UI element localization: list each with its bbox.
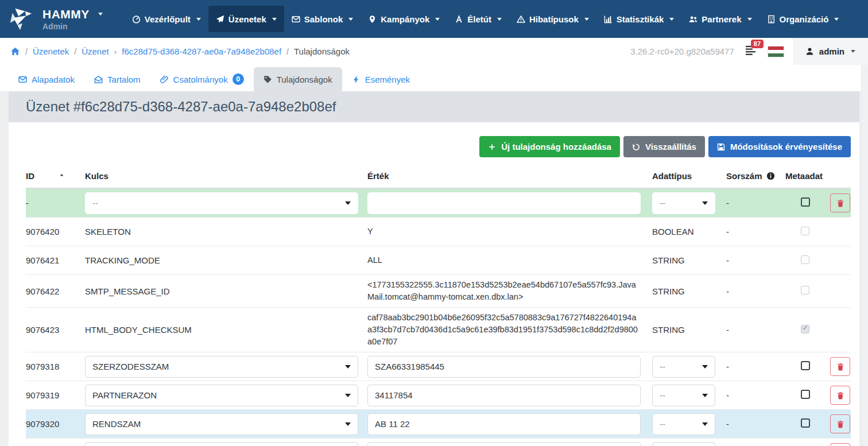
add-property-button[interactable]: Új tulajdonság hozzáadása [479, 136, 620, 157]
apply-changes-button[interactable]: Módosítások érvényesítése [708, 136, 851, 157]
nav-item-organizacio[interactable]: Organizáció [760, 6, 847, 32]
breadcrumb-item-uzenet[interactable]: Üzenet [82, 46, 109, 56]
paper-plane-icon [216, 15, 224, 24]
caret-down-icon [345, 201, 351, 205]
caret-down-icon [702, 394, 708, 397]
value-input[interactable] [367, 442, 641, 446]
property-row-9076422: 9076422SMTP_MESSAGE_ID<1773155322555.3c1… [26, 275, 851, 308]
type-select[interactable]: -- [652, 385, 715, 406]
caret-down-icon [747, 18, 752, 21]
notification-count-badge: 87 [751, 40, 764, 48]
tab-esemenyek[interactable]: Események [342, 67, 420, 91]
nav-item-statisztikak[interactable]: Statisztikák [596, 6, 682, 32]
meta-checkbox[interactable] [801, 390, 810, 399]
nav-item-hibatipusok[interactable]: Hibatípusok [509, 6, 596, 32]
meta-checkbox [801, 255, 809, 264]
tab-alapadatok[interactable]: Alapadatok [9, 67, 84, 91]
type-select[interactable]: -- [652, 413, 715, 435]
home-icon[interactable] [10, 46, 20, 56]
font-a-icon [455, 15, 463, 24]
nav-item-label: Kampányok [381, 14, 429, 24]
breadcrumb-separator: / [286, 47, 289, 56]
value-input[interactable] [367, 413, 641, 435]
value-input[interactable] [367, 356, 641, 378]
key-select[interactable]: RENDSZAM [85, 413, 358, 435]
tab-label: Események [365, 75, 410, 84]
tab-label: Tulajdonságok [277, 75, 332, 84]
user-menu[interactable]: admin [793, 38, 868, 65]
warning-icon [517, 15, 525, 24]
save-icon [717, 143, 725, 151]
caret-down-icon [584, 18, 589, 21]
undo-icon [632, 143, 640, 151]
key-select[interactable]: STATUS [85, 442, 358, 446]
caret-down-icon [196, 18, 201, 21]
meta-checkbox[interactable] [801, 197, 810, 207]
column-header-id[interactable]: ID [26, 171, 85, 181]
value-input[interactable] [367, 192, 641, 214]
properties-panel: Új tulajdonság hozzáadása Visszaállítás … [9, 122, 859, 446]
nav-item-eletut[interactable]: Életút [447, 6, 509, 32]
delete-row-button[interactable] [830, 386, 850, 405]
property-row-9076423: 9076423HTML_BODY_CHECKSUMcaf78aab3bc2901… [26, 308, 851, 352]
reset-button[interactable]: Visszaállítás [623, 136, 705, 157]
tab-tulajdonsagok[interactable]: Tulajdonságok [254, 67, 342, 91]
notifications-button[interactable]: 87 [745, 44, 757, 59]
hungary-flag-icon[interactable] [768, 46, 784, 57]
caret-down-icon [702, 201, 708, 205]
type-select-value: -- [660, 419, 665, 429]
key-select[interactable]: -- [85, 192, 358, 214]
type-select[interactable]: -- [652, 442, 715, 446]
type-select[interactable]: -- [652, 356, 715, 378]
building-icon [767, 15, 776, 24]
tab-label: Csatolmányok [173, 75, 228, 84]
breadcrumb-separator: / [25, 47, 28, 56]
nav-item-partnerek[interactable]: Partnerek [681, 6, 759, 32]
key-select[interactable]: PARTNERAZON [85, 385, 358, 406]
delete-row-button[interactable] [830, 357, 850, 376]
meta-checkbox [801, 325, 809, 333]
main-menu: VezérlőpultÜzenetekSablonokKampányokÉlet… [125, 0, 847, 38]
nav-item-label: Organizáció [780, 14, 829, 24]
column-header-key: Kulcs [85, 171, 367, 181]
page-root: HAMMY Admin VezérlőpultÜzenetekSablonokK… [0, 0, 868, 446]
reset-label: Visszaállítás [645, 142, 696, 152]
trash-icon [836, 199, 844, 207]
nav-item-kampanyok[interactable]: Kampányok [361, 6, 447, 32]
delete-row-button[interactable] [830, 414, 850, 433]
breadcrumb-bar: /Üzenetek/Üzenet›f6c28d75-d368-4287-ae0a… [0, 38, 868, 65]
breadcrumb-item-uzenetek[interactable]: Üzenetek [33, 46, 69, 56]
page-title: Üzenet #f6c28d75-d368-4287-ae0a-7a948e2b… [26, 99, 336, 115]
caret-down-icon [345, 365, 351, 369]
meta-checkbox [801, 227, 809, 235]
type-select[interactable]: -- [652, 192, 715, 214]
column-header-value: Érték [367, 171, 652, 181]
delete-row-button[interactable] [830, 443, 850, 446]
gauge-icon [132, 15, 141, 24]
version-label: 3.26.2-rc0+20.g820a59477 [630, 46, 734, 56]
caret-down-icon [345, 422, 351, 426]
tab-label: Alapadatok [32, 75, 75, 84]
add-property-label: Új tulajdonság hozzáadása [501, 142, 611, 152]
delete-row-button[interactable] [830, 193, 850, 212]
property-row-9076421: 9076421TRACKING_MODEALLSTRING- [26, 246, 851, 275]
nav-item-uzenetek[interactable]: Üzenetek [208, 6, 284, 32]
plus-icon [488, 143, 496, 151]
value-input[interactable] [367, 385, 641, 406]
column-header-type: Adattípus [652, 171, 723, 181]
meta-checkbox[interactable] [801, 361, 810, 370]
nav-item-vezerlopult[interactable]: Vezérlőpult [125, 6, 208, 32]
vertical-scrollbar[interactable] [861, 65, 868, 446]
key-select[interactable]: SZERZODESSZAM [85, 356, 358, 378]
nav-item-sablonok[interactable]: Sablonok [284, 6, 361, 32]
meta-checkbox [801, 286, 809, 294]
key-select-value: PARTNERAZON [92, 390, 157, 400]
nav-item-label: Statisztikák [617, 14, 664, 24]
meta-checkbox[interactable] [801, 418, 810, 428]
tab-csatolmanyok[interactable]: Csatolmányok0 [150, 67, 254, 91]
column-header-meta: Metaadat [783, 171, 830, 181]
title-band: Üzenet #f6c28d75-d368-4287-ae0a-7a948e2b… [9, 91, 859, 122]
tab-tartalom[interactable]: Tartalom [84, 67, 150, 91]
breadcrumb-item-message-id[interactable]: f6c28d75-d368-4287-ae0a-7a948e2b08ef [122, 46, 281, 56]
brand-logo-block[interactable]: HAMMY Admin [8, 6, 103, 32]
